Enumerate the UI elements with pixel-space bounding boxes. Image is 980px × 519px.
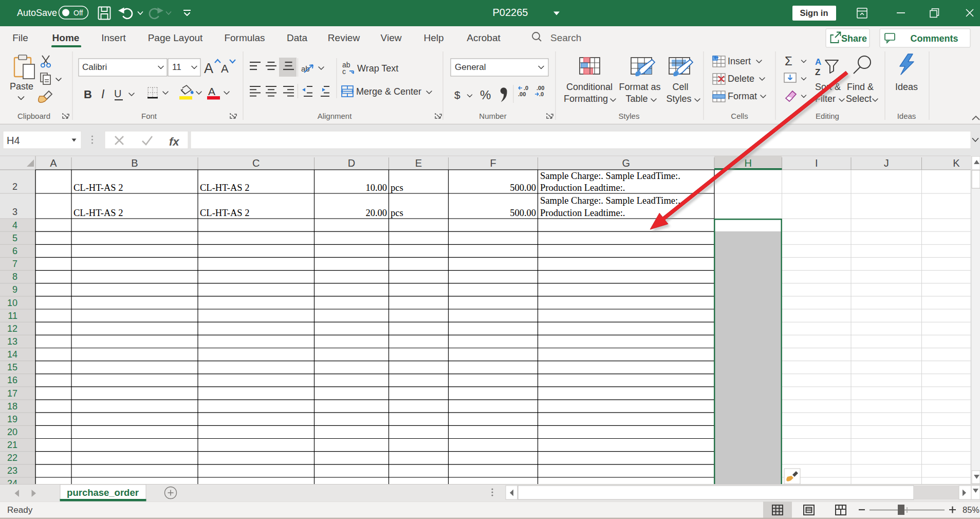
svg-text:4: 4 xyxy=(12,220,17,230)
svg-text:3: 3 xyxy=(12,207,17,217)
svg-text:Merge & Center: Merge & Center xyxy=(356,86,421,97)
svg-text:Home: Home xyxy=(52,32,80,43)
svg-text:Paste: Paste xyxy=(10,81,33,92)
svg-text:9: 9 xyxy=(12,284,17,295)
svg-text:Select: Select xyxy=(846,94,872,104)
svg-text:Format: Format xyxy=(728,91,757,101)
svg-text:Sign in: Sign in xyxy=(800,8,828,17)
svg-text:Ideas: Ideas xyxy=(895,82,918,92)
svg-text:.00: .00 xyxy=(518,91,526,97)
svg-text:Clipboard: Clipboard xyxy=(17,112,50,120)
svg-text:6: 6 xyxy=(12,246,17,256)
svg-text:A: A xyxy=(815,57,821,67)
svg-text:Insert: Insert xyxy=(728,56,751,66)
svg-text:A: A xyxy=(221,62,229,75)
svg-text:purchase_order: purchase_order xyxy=(67,487,139,498)
svg-text:Format as: Format as xyxy=(619,82,660,92)
svg-text:E: E xyxy=(415,157,422,169)
svg-text:11: 11 xyxy=(172,62,181,72)
svg-text:16: 16 xyxy=(7,375,17,385)
svg-text:Help: Help xyxy=(423,32,443,43)
svg-text:23: 23 xyxy=(7,466,17,476)
svg-text:Cells: Cells xyxy=(731,112,748,120)
svg-text:Ready: Ready xyxy=(7,505,33,515)
svg-text:11: 11 xyxy=(8,311,17,321)
svg-text:.0: .0 xyxy=(524,85,528,91)
svg-text:A: A xyxy=(204,61,213,76)
svg-text:Calibri: Calibri xyxy=(82,62,107,72)
svg-text:8: 8 xyxy=(12,272,17,282)
svg-text:General: General xyxy=(455,62,486,72)
svg-text:File: File xyxy=(12,32,28,43)
svg-text:5: 5 xyxy=(12,233,17,243)
svg-text:20.00: 20.00 xyxy=(365,208,387,218)
svg-text:B: B xyxy=(84,88,92,101)
svg-text:85%: 85% xyxy=(963,505,979,514)
svg-text:.0: .0 xyxy=(539,91,544,97)
svg-text:10.00: 10.00 xyxy=(365,183,387,193)
svg-text:P02265: P02265 xyxy=(493,7,528,18)
svg-text:Sample Charge:. Sample LeadTim: Sample Charge:. Sample LeadTime:. xyxy=(540,171,680,181)
svg-text:CL-HT-AS 2: CL-HT-AS 2 xyxy=(200,183,249,193)
svg-text:fx: fx xyxy=(169,135,179,148)
svg-text:Editing: Editing xyxy=(816,112,839,120)
svg-text:Review: Review xyxy=(328,32,360,43)
svg-text:Find &: Find & xyxy=(847,82,874,92)
svg-text:Search: Search xyxy=(550,32,581,43)
svg-text:View: View xyxy=(381,32,402,43)
svg-text:15: 15 xyxy=(7,362,17,372)
svg-text:D: D xyxy=(348,157,355,169)
svg-text:500.00: 500.00 xyxy=(510,183,536,193)
svg-text:Share: Share xyxy=(841,33,867,44)
svg-text:12: 12 xyxy=(7,324,17,334)
svg-text:Ideas: Ideas xyxy=(897,112,916,120)
svg-text:CL-HT-AS 2: CL-HT-AS 2 xyxy=(73,208,123,218)
svg-text:Comments: Comments xyxy=(910,33,958,44)
svg-text:Insert: Insert xyxy=(101,32,126,43)
svg-text:Off: Off xyxy=(73,9,83,17)
svg-text:13: 13 xyxy=(7,336,17,347)
svg-text:J: J xyxy=(884,157,889,169)
svg-text:G: G xyxy=(622,157,630,169)
svg-text:Styles: Styles xyxy=(619,112,640,120)
svg-text:$: $ xyxy=(454,89,460,101)
svg-text:Styles: Styles xyxy=(666,94,691,104)
svg-text:CL-HT-AS 2: CL-HT-AS 2 xyxy=(200,208,249,218)
svg-text:C: C xyxy=(252,157,260,169)
svg-text:22: 22 xyxy=(7,453,17,463)
svg-text:CL-HT-AS 2: CL-HT-AS 2 xyxy=(73,183,123,193)
svg-text:Production Leadtime:.: Production Leadtime:. xyxy=(540,208,625,218)
svg-text:A: A xyxy=(50,157,57,169)
svg-text:AutoSave: AutoSave xyxy=(17,8,57,18)
svg-text:Data: Data xyxy=(287,32,308,43)
svg-text:19: 19 xyxy=(7,414,17,424)
svg-text:500.00: 500.00 xyxy=(510,208,536,218)
svg-text:Formulas: Formulas xyxy=(224,32,265,43)
svg-text:18: 18 xyxy=(7,401,17,411)
svg-text:B: B xyxy=(131,157,138,169)
svg-text:Page Layout: Page Layout xyxy=(148,32,203,43)
svg-text:Wrap Text: Wrap Text xyxy=(357,63,398,74)
svg-text:Acrobat: Acrobat xyxy=(467,32,501,43)
svg-text:Z: Z xyxy=(815,67,820,77)
svg-text:.00: .00 xyxy=(537,85,544,91)
svg-text:H4: H4 xyxy=(7,135,20,146)
svg-text:14: 14 xyxy=(7,349,17,360)
svg-text:Table: Table xyxy=(625,94,648,104)
svg-text:K: K xyxy=(953,157,960,169)
svg-text:Conditional: Conditional xyxy=(566,82,613,92)
svg-text:Delete: Delete xyxy=(728,74,754,84)
svg-text:Σ: Σ xyxy=(785,54,792,68)
svg-text:pcs: pcs xyxy=(391,208,403,218)
svg-text:Alignment: Alignment xyxy=(318,112,353,120)
svg-text:Cell: Cell xyxy=(672,82,688,92)
svg-text:21: 21 xyxy=(7,440,17,450)
svg-text:c: c xyxy=(342,67,346,76)
svg-text:Sample Charge:. Sample LeadTim: Sample Charge:. Sample LeadTime:. xyxy=(540,195,680,206)
svg-text:U: U xyxy=(114,88,121,99)
svg-text:7: 7 xyxy=(12,259,17,269)
svg-text:A: A xyxy=(208,85,215,97)
svg-text:Production Leadtime:.: Production Leadtime:. xyxy=(540,183,625,193)
svg-text:Formatting: Formatting xyxy=(564,94,608,104)
svg-text:I: I xyxy=(101,87,105,101)
